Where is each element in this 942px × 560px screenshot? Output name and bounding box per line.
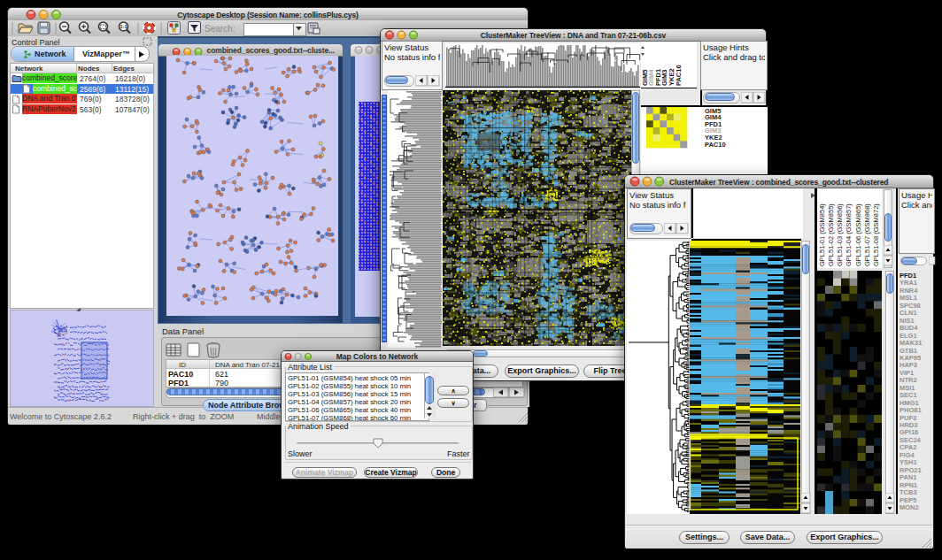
svg-text:GPL51-03 (GSM856): GPL51-03 (GSM856) bbox=[836, 203, 844, 266]
svg-text:GPL51-04 (GSM857): GPL51-04 (GSM857) bbox=[845, 203, 853, 266]
svg-text:GPL51-02 (GSM855): GPL51-02 (GSM855) bbox=[827, 203, 835, 266]
svg-text:GPL51-01 (GSM854): GPL51-01 (GSM854) bbox=[818, 203, 826, 266]
svg-text:GPL51-08 (GSM872): GPL51-08 (GSM872) bbox=[872, 203, 880, 266]
svg-text:PAC10: PAC10 bbox=[675, 65, 683, 86]
svg-text:GPL51-06 (GSM865): GPL51-06 (GSM865) bbox=[854, 203, 862, 266]
svg-text:GPL51-07 (GSM868): GPL51-07 (GSM868) bbox=[863, 203, 871, 266]
svg-text:1:1: 1:1 bbox=[120, 24, 127, 29]
